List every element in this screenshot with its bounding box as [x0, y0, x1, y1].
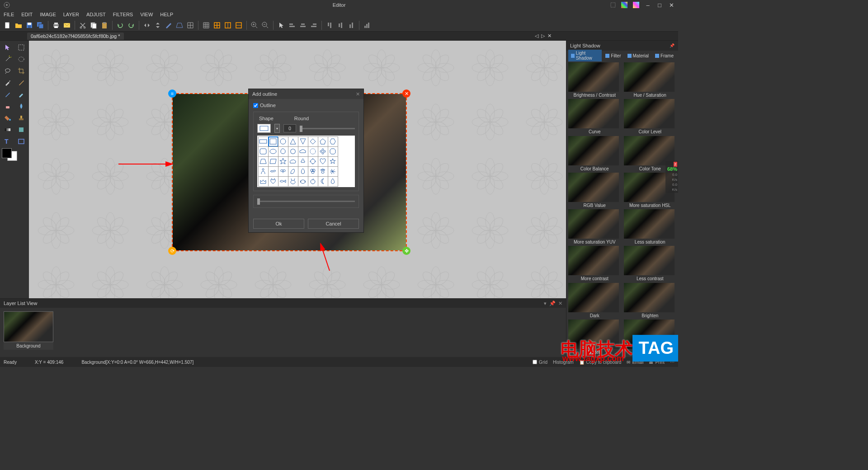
- shape-fish[interactable]: [278, 176, 288, 187]
- align-right-icon[interactable]: [309, 20, 319, 30]
- outline-checkbox-input[interactable]: [253, 103, 258, 108]
- menu-view[interactable]: VIEW: [140, 12, 153, 17]
- effect-item[interactable]: Curve: [568, 99, 621, 135]
- brush-tool[interactable]: [15, 78, 27, 88]
- layers-close-icon[interactable]: ✕: [558, 301, 562, 306]
- wand-tool[interactable]: [2, 54, 14, 64]
- valign-bot-icon[interactable]: [346, 20, 356, 30]
- shape-butterfly[interactable]: [278, 166, 288, 177]
- save-all-icon[interactable]: [35, 20, 45, 30]
- tab-prev-icon[interactable]: ◁: [535, 33, 538, 39]
- align-center-icon[interactable]: [298, 20, 308, 30]
- copy-icon[interactable]: [89, 20, 99, 30]
- menu-layer[interactable]: LAYER: [63, 12, 79, 17]
- effect-item[interactable]: Color Balance: [568, 136, 621, 172]
- undo-icon[interactable]: [115, 20, 125, 30]
- shape-splash[interactable]: [328, 166, 338, 177]
- shape-heart[interactable]: [318, 156, 328, 167]
- status-grid[interactable]: Grid: [533, 360, 547, 365]
- shape-dog[interactable]: [298, 176, 308, 187]
- tab-light-shadow[interactable]: Light Shadow: [568, 50, 602, 61]
- effect-item[interactable]: Less contrast: [624, 246, 677, 282]
- effect-item[interactable]: Less saturation: [624, 209, 677, 245]
- shape-rounded[interactable]: [258, 146, 269, 157]
- shape-blob-1[interactable]: [278, 146, 288, 157]
- eyedropper-tool[interactable]: [2, 78, 14, 88]
- shape-apple[interactable]: [308, 176, 318, 187]
- blur-tool[interactable]: [15, 101, 27, 111]
- tab-frame[interactable]: Frame: [652, 52, 676, 59]
- shape-scallop[interactable]: [308, 146, 318, 157]
- effect-item[interactable]: Dark: [568, 283, 621, 319]
- effect-item[interactable]: Color Level: [624, 99, 677, 135]
- effect-item[interactable]: More saturation YUV: [568, 209, 621, 245]
- grid-icon[interactable]: [201, 20, 211, 30]
- valign-mid-icon[interactable]: [335, 20, 345, 30]
- lasso-tool[interactable]: [2, 66, 14, 76]
- swatch-2[interactable]: [633, 2, 639, 8]
- flip-v-icon[interactable]: [153, 20, 163, 30]
- shape-star-outline[interactable]: [328, 156, 338, 167]
- shape-flower-5[interactable]: [298, 156, 308, 167]
- outline-checkbox[interactable]: Outline: [253, 103, 359, 108]
- tab-next-icon[interactable]: ▷: [541, 33, 545, 39]
- shape-triangle[interactable]: [288, 136, 298, 147]
- cut-icon[interactable]: [78, 20, 88, 30]
- shape-pentagon[interactable]: [318, 136, 328, 147]
- shape-cloud-2[interactable]: [288, 156, 298, 167]
- gradient-tool[interactable]: [2, 125, 14, 135]
- save-icon[interactable]: [24, 20, 34, 30]
- color-swatch[interactable]: [2, 148, 17, 161]
- shape-drop[interactable]: [328, 176, 338, 187]
- shape-cloud-1[interactable]: [298, 146, 308, 157]
- layers-pin-icon[interactable]: 📌: [549, 301, 556, 306]
- effect-item[interactable]: Hue / Saturation: [624, 62, 677, 98]
- shape-parallelogram[interactable]: [268, 156, 278, 167]
- minimize-button[interactable]: –: [645, 2, 651, 8]
- shape-tool[interactable]: [15, 125, 27, 135]
- shape-cat[interactable]: [268, 176, 278, 187]
- maximize-button[interactable]: □: [656, 2, 663, 8]
- shape-leaf-2[interactable]: [298, 166, 308, 177]
- effect-item[interactable]: More contrast: [568, 246, 621, 282]
- marquee-tool[interactable]: [15, 42, 27, 52]
- fill-tool[interactable]: [2, 113, 14, 123]
- layer-item[interactable]: Background: [4, 311, 53, 350]
- new-icon[interactable]: [3, 20, 13, 30]
- pointer-icon[interactable]: [276, 20, 286, 30]
- open-icon[interactable]: [14, 20, 24, 30]
- round-slider[interactable]: [300, 128, 355, 129]
- crop-tool[interactable]: [15, 66, 27, 76]
- tab-close-icon[interactable]: ✕: [547, 33, 552, 39]
- menu-filters[interactable]: FILTERS: [113, 12, 133, 17]
- shape-circle[interactable]: [278, 136, 288, 147]
- redo-icon[interactable]: [126, 20, 136, 30]
- effect-item[interactable]: RGB Value: [568, 173, 621, 208]
- email-icon[interactable]: [62, 20, 72, 30]
- flip-h-icon[interactable]: [142, 20, 152, 30]
- rect-tool[interactable]: [15, 136, 27, 146]
- handle-rotate-icon[interactable]: ⟳: [168, 247, 176, 255]
- print-icon[interactable]: [51, 20, 61, 30]
- handle-delete-icon[interactable]: ✕: [402, 89, 410, 98]
- expand-icon[interactable]: [610, 2, 616, 8]
- zoom-in-icon[interactable]: [250, 20, 259, 30]
- foreground-color[interactable]: [2, 148, 12, 158]
- tab-filter[interactable]: Filter: [603, 52, 623, 59]
- guide-2-icon[interactable]: [223, 20, 233, 30]
- shape-paw[interactable]: [318, 166, 328, 177]
- rotate-icon[interactable]: [164, 20, 174, 30]
- menu-adjust[interactable]: ADJUST: [86, 12, 106, 17]
- layers-dropdown-icon[interactable]: ▾: [544, 301, 547, 306]
- shape-blob-2[interactable]: [288, 146, 298, 157]
- histogram-icon[interactable]: [362, 20, 372, 30]
- shape-rect-wide[interactable]: [258, 136, 269, 147]
- eraser-tool[interactable]: [2, 101, 14, 111]
- valign-top-icon[interactable]: [325, 20, 335, 30]
- align-left-icon[interactable]: [287, 20, 297, 30]
- shape-trapezoid[interactable]: [258, 156, 269, 167]
- shape-person[interactable]: [258, 166, 269, 177]
- shape-hexagon[interactable]: [328, 136, 338, 147]
- pin-icon[interactable]: 📌: [670, 43, 675, 48]
- swatch-1[interactable]: [621, 2, 627, 8]
